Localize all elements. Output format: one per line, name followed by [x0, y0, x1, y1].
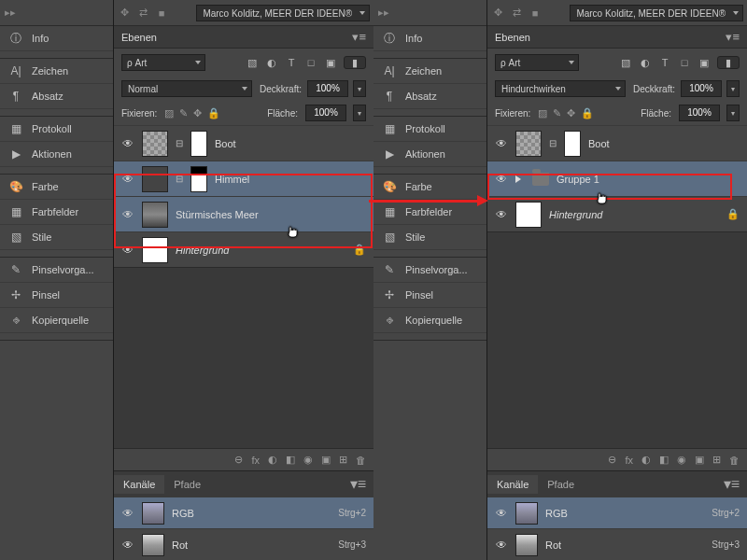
layer-name[interactable]: Gruppe 1 [557, 174, 740, 185]
filter-adjust-icon[interactable]: ◐ [265, 56, 278, 69]
filter-shape-icon[interactable]: □ [678, 56, 691, 69]
channel-row[interactable]: 👁RGBStrg+2 [114, 497, 374, 528]
panel-menu-icon[interactable]: ▾≡ [726, 30, 740, 44]
sidebar-item-pinselvorga...[interactable]: ✎Pinselvorga... [374, 258, 486, 283]
visibility-icon[interactable]: 👁 [121, 208, 134, 221]
visibility-icon[interactable]: 👁 [121, 137, 134, 150]
footer-icon[interactable]: ⊞ [712, 454, 721, 466]
sidebar-item-farbe[interactable]: 🎨Farbe [374, 175, 486, 200]
footer-icon[interactable]: ◐ [268, 454, 277, 466]
filter-toggle-icon[interactable]: ▮ [344, 56, 366, 69]
lock-all-icon[interactable]: 🔒 [581, 107, 594, 119]
expand-icon[interactable]: ▸▸ [377, 7, 390, 20]
lock-transparent-icon[interactable]: ▨ [538, 107, 547, 119]
sidebar-item-pinsel[interactable]: ✢Pinsel [374, 283, 486, 308]
blend-mode-dropdown[interactable]: Hindurchwirken [495, 80, 626, 97]
opacity-chevron[interactable]: ▾ [353, 80, 366, 97]
move-icon[interactable]: ✥ [491, 7, 504, 20]
filter-type-icon[interactable]: T [285, 56, 298, 69]
lock-move-icon[interactable]: ✥ [567, 107, 575, 119]
channel-row[interactable]: 👁RotStrg+3 [114, 528, 374, 560]
visibility-icon[interactable]: 👁 [495, 539, 508, 552]
visibility-icon[interactable]: 👁 [495, 208, 508, 221]
film-icon[interactable]: ■ [155, 7, 168, 20]
lock-all-icon[interactable]: 🔒 [207, 107, 220, 119]
link-icon[interactable]: ⊟ [176, 138, 183, 148]
layer-name[interactable]: Boot [215, 138, 366, 149]
link-icon[interactable]: ⊟ [549, 138, 557, 148]
filter-image-icon[interactable]: ▧ [246, 56, 259, 69]
footer-icon[interactable]: fx [251, 455, 260, 466]
filter-shape-icon[interactable]: □ [304, 56, 317, 69]
layer-name[interactable]: Hintergrund [549, 209, 719, 220]
visibility-icon[interactable]: 👁 [121, 507, 134, 520]
tab-channels[interactable]: Kanäle [114, 475, 164, 494]
footer-icon[interactable]: ⊖ [234, 454, 243, 466]
channels-menu-icon[interactable]: ▾≡ [343, 471, 374, 497]
mask-thumbnail[interactable] [190, 166, 207, 192]
fill-chevron[interactable]: ▾ [726, 105, 740, 121]
sidebar-item-stile[interactable]: ▧Stile [0, 225, 113, 250]
footer-icon[interactable]: fx [625, 455, 633, 466]
channels-menu-icon[interactable]: ▾≡ [716, 471, 747, 497]
filter-smart-icon[interactable]: ▣ [698, 56, 711, 69]
visibility-icon[interactable]: 👁 [495, 137, 508, 150]
opacity-chevron[interactable]: ▾ [726, 80, 740, 97]
layer-row[interactable]: 👁Gruppe 1 [487, 161, 747, 196]
filter-dropdown[interactable]: ρ Art [121, 54, 205, 71]
footer-icon[interactable]: 🗑 [356, 455, 366, 466]
sidebar-item-farbe[interactable]: 🎨Farbe [0, 175, 113, 200]
layer-thumbnail[interactable] [515, 202, 542, 228]
expand-icon[interactable]: ▸▸ [4, 7, 17, 20]
sidebar-item-absatz[interactable]: ¶Absatz [374, 84, 486, 109]
sidebar-item-pinsel[interactable]: ✢Pinsel [0, 283, 113, 308]
layer-name[interactable]: Himmel [215, 174, 366, 185]
lock-move-icon[interactable]: ✥ [193, 107, 202, 119]
sidebar-item-farbfelder[interactable]: ▦Farbfelder [374, 200, 486, 225]
tab-channels[interactable]: Kanäle [487, 475, 538, 494]
sidebar-item-farbfelder[interactable]: ▦Farbfelder [0, 200, 113, 225]
profile-dropdown[interactable]: Marco Kolditz, MEER DER IDEEN® [570, 5, 743, 21]
layer-row[interactable]: 👁Hintergrund🔒 [487, 196, 747, 231]
sidebar-item-kopierquelle[interactable]: ⎆Kopierquelle [0, 308, 113, 333]
tab-paths[interactable]: Pfade [538, 475, 584, 494]
layer-thumbnail[interactable] [142, 237, 168, 263]
channel-row[interactable]: 👁RGBStrg+2 [487, 497, 747, 528]
footer-icon[interactable]: ◧ [659, 454, 669, 466]
layer-row[interactable]: 👁⊟Boot [487, 125, 747, 161]
opacity-input[interactable]: 100% [681, 80, 722, 97]
layer-row[interactable]: 👁⊟Boot [114, 125, 374, 161]
blend-mode-dropdown[interactable]: Normal [121, 80, 252, 97]
sidebar-item-info[interactable]: ⓘInfo [374, 26, 486, 51]
group-triangle-icon[interactable] [515, 175, 521, 183]
sidebar-item-protokoll[interactable]: ▦Protokoll [374, 117, 486, 142]
mask-thumbnail[interactable] [190, 131, 207, 157]
layer-name[interactable]: Hintergrund [176, 245, 345, 256]
sidebar-item-kopierquelle[interactable]: ⎆Kopierquelle [374, 308, 486, 333]
footer-icon[interactable]: 🗑 [729, 455, 740, 466]
fill-input[interactable]: 100% [679, 105, 720, 121]
sidebar-item-stile[interactable]: ▧Stile [374, 225, 486, 250]
mask-thumbnail[interactable] [564, 131, 581, 157]
lock-paint-icon[interactable]: ✎ [553, 107, 561, 119]
footer-icon[interactable]: ◧ [286, 454, 295, 466]
footer-icon[interactable]: ▣ [321, 454, 331, 466]
visibility-icon[interactable]: 👁 [121, 539, 134, 552]
panel-menu-icon[interactable]: ▾≡ [352, 30, 366, 44]
layer-row[interactable]: 👁⊟Himmel [114, 161, 374, 196]
move-icon[interactable]: ✥ [118, 7, 131, 20]
visibility-icon[interactable]: 👁 [495, 173, 508, 186]
sidebar-item-absatz[interactable]: ¶Absatz [0, 84, 113, 109]
visibility-icon[interactable]: 👁 [121, 173, 134, 186]
footer-icon[interactable]: ▣ [695, 454, 704, 466]
layer-name[interactable]: Boot [588, 138, 740, 149]
filter-type-icon[interactable]: T [658, 56, 671, 69]
channel-row[interactable]: 👁RotStrg+3 [487, 528, 747, 560]
footer-icon[interactable]: ⊞ [339, 454, 347, 466]
sidebar-item-aktionen[interactable]: ▶Aktionen [0, 142, 113, 167]
sidebar-item-info[interactable]: ⓘInfo [0, 26, 113, 51]
layer-thumbnail[interactable] [142, 202, 168, 228]
sidebar-item-zeichen[interactable]: A|Zeichen [0, 59, 113, 84]
layer-thumbnail[interactable] [142, 166, 168, 192]
arrows-icon[interactable]: ⇄ [510, 7, 523, 20]
